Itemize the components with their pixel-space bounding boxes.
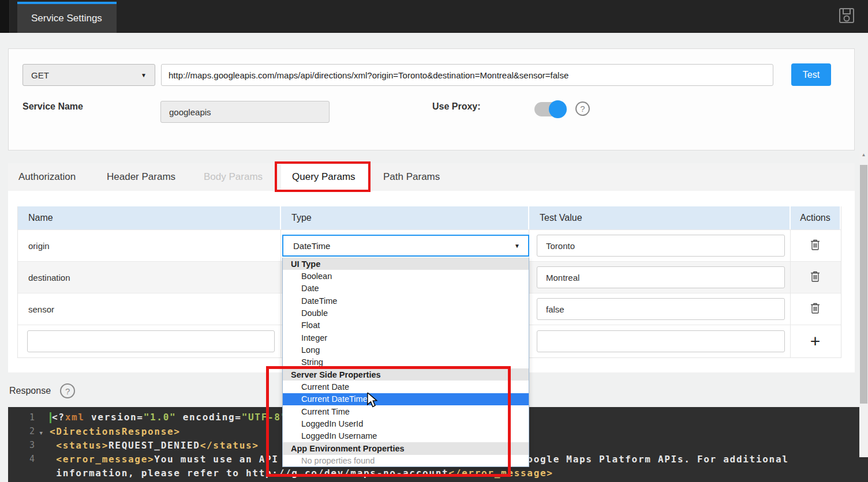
tab-body-params[interactable]: Body Params <box>204 163 263 191</box>
param-type-select[interactable]: DateTime ▼ <box>282 235 529 257</box>
table-header-row: Name Type Test Value Actions <box>18 206 841 229</box>
dropdown-option-date[interactable]: Date <box>283 283 529 295</box>
dropdown-option-integer[interactable]: Integer <box>283 332 529 344</box>
param-name: origin <box>18 230 281 261</box>
dropdown-option-boolean[interactable]: Boolean <box>283 270 529 282</box>
save-icon <box>837 6 856 27</box>
dropdown-option-datetime[interactable]: DateTime <box>283 295 529 307</box>
dropdown-option-double[interactable]: Double <box>283 307 529 319</box>
request-config-panel: GET ▼ Test Service Name Use Proxy: ? <box>8 48 855 150</box>
param-type-selected-value: DateTime <box>293 241 330 251</box>
left-edge-panel <box>0 0 10 33</box>
delete-param-button[interactable] <box>791 262 840 293</box>
top-bar: Service Settings <box>0 0 868 33</box>
http-method-select[interactable]: GET ▼ <box>23 64 155 86</box>
mouse-cursor-icon <box>366 393 379 410</box>
dropdown-group-ui-type: UI Type <box>283 258 529 270</box>
scroll-up-icon[interactable]: ▲ <box>859 152 868 157</box>
trash-icon <box>810 270 820 284</box>
trash-icon <box>810 302 820 316</box>
tab-service-settings-label: Service Settings <box>31 13 102 24</box>
service-name-label: Service Name <box>23 101 83 112</box>
response-label: Response <box>9 386 51 396</box>
test-button[interactable]: Test <box>791 63 831 86</box>
response-help-icon[interactable]: ? <box>60 383 75 398</box>
test-value-input-sensor[interactable] <box>537 298 785 320</box>
params-tab-strip: Authorization Header Params Body Params … <box>8 163 855 191</box>
line-number: 4 <box>8 454 46 464</box>
proxy-help-icon[interactable]: ? <box>575 101 590 116</box>
new-param-name-input[interactable] <box>27 330 275 352</box>
save-button[interactable] <box>837 7 856 27</box>
scrollbar-thumb[interactable] <box>860 165 867 404</box>
annotation-box-server-side-properties <box>266 366 511 477</box>
param-name: sensor <box>18 293 281 325</box>
caret-down-icon: ▼ <box>514 243 520 249</box>
param-name: destination <box>18 262 281 293</box>
add-param-button[interactable]: + <box>791 325 840 357</box>
editor-corner <box>859 457 868 482</box>
service-url-input[interactable] <box>161 64 773 86</box>
http-method-value: GET <box>31 70 49 80</box>
annotation-box-query-params <box>275 161 371 192</box>
new-test-value-input[interactable] <box>537 330 785 352</box>
page-scrollbar[interactable]: ▲ <box>859 151 868 457</box>
dropdown-option-float[interactable]: Float <box>283 319 529 332</box>
service-settings-page: Service Settings GET ▼ Test Service Name… <box>0 0 868 482</box>
fold-caret-icon[interactable]: ▼ <box>40 430 43 436</box>
line-number: 1 <box>8 412 46 423</box>
code-line: 5 </DirectionsResponse> <box>8 480 859 482</box>
dropdown-option-long[interactable]: Long <box>283 344 529 356</box>
header-actions: Actions <box>791 206 840 229</box>
tab-path-params[interactable]: Path Params <box>383 163 440 191</box>
tab-authorization[interactable]: Authorization <box>18 163 76 191</box>
header-test-value: Test Value <box>529 206 791 229</box>
delete-param-button[interactable] <box>791 230 840 261</box>
text-cursor <box>50 412 51 423</box>
delete-param-button[interactable] <box>791 293 840 325</box>
trash-icon <box>810 239 820 253</box>
toggle-knob <box>549 100 567 118</box>
line-number: 3 <box>8 440 46 450</box>
tab-header-params[interactable]: Header Params <box>107 163 175 191</box>
test-value-input-destination[interactable] <box>537 266 785 288</box>
caret-down-icon: ▼ <box>141 72 147 78</box>
use-proxy-toggle[interactable] <box>534 101 567 117</box>
header-name: Name <box>18 206 281 229</box>
service-name-input[interactable] <box>160 101 330 123</box>
line-number: 2▼ <box>8 426 46 436</box>
use-proxy-label: Use Proxy: <box>432 101 481 112</box>
header-type: Type <box>281 206 529 229</box>
test-value-input-origin[interactable] <box>537 235 785 257</box>
tab-service-settings[interactable]: Service Settings <box>17 2 117 33</box>
plus-icon: + <box>810 333 821 350</box>
